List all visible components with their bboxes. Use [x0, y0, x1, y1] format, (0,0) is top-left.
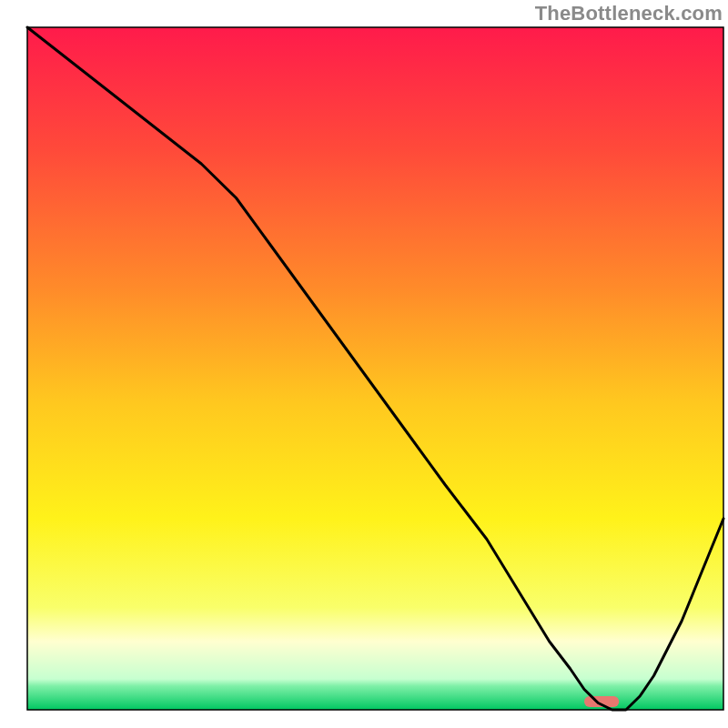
chart-root: TheBottleneck.com: [0, 0, 728, 728]
gradient-background: [27, 27, 723, 710]
watermark-text: TheBottleneck.com: [535, 2, 723, 25]
bottleneck-chart: [0, 0, 728, 728]
